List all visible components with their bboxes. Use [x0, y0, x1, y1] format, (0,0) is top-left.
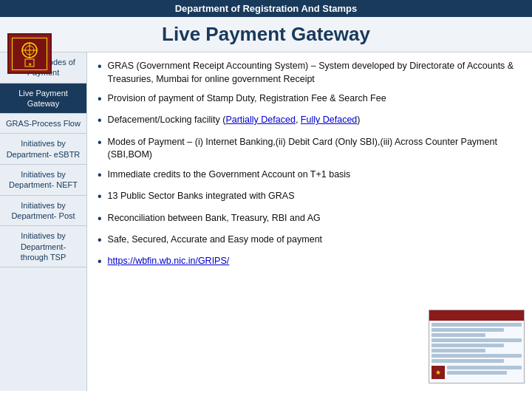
- item-link: https://wbfin.wb.nic.in/GRIPS/: [108, 255, 522, 268]
- bullet-icon: •: [98, 134, 102, 151]
- logo: ★: [7, 33, 52, 74]
- sidebar-item-initiatives-neft[interactable]: Initiatives by Department- NEFT: [0, 165, 86, 196]
- bullet-icon: •: [98, 188, 102, 205]
- bullet-icon: •: [98, 91, 102, 107]
- svg-text:★: ★: [28, 62, 32, 66]
- item-text: Provision of payment of Stamp Duty, Regi…: [108, 92, 522, 106]
- sidebar-item-live-payment[interactable]: Live Payment Gateway: [0, 83, 86, 115]
- thumb-header: [429, 310, 524, 321]
- top-bar-title: Department of Registration And Stamps: [175, 3, 358, 14]
- list-item: • Modes of Payment – (i) Internet Bankin…: [98, 136, 522, 162]
- list-item: • https://wbfin.wb.nic.in/GRIPS/: [98, 255, 522, 270]
- sidebar-item-initiatives-tsp[interactable]: Initiatives by Department- through TSP: [0, 226, 86, 267]
- screenshot-thumbnail: ★: [429, 310, 525, 383]
- item-text-links: Defacement/Locking facility (Partially D…: [108, 114, 522, 127]
- item-text: GRAS (Government Receipt Accounting Syst…: [108, 60, 522, 86]
- grips-link[interactable]: https://wbfin.wb.nic.in/GRIPS/: [108, 256, 230, 266]
- bullet-icon: •: [98, 58, 102, 75]
- bullet-list: • GRAS (Government Receipt Accounting Sy…: [98, 60, 522, 270]
- list-item: • Safe, Secured, Accurate and Easy mode …: [98, 233, 522, 248]
- item-text: Immediate credits to the Government Acco…: [108, 168, 522, 182]
- page-title: Live Payment Gateway: [162, 23, 370, 46]
- sidebar-item-initiatives-post[interactable]: Initiatives by Department- Post: [0, 196, 86, 227]
- list-item: • Reconciliation between Bank, Treasury,…: [98, 212, 522, 227]
- sidebar-item-gras-process[interactable]: GRAS-Process Flow: [0, 114, 86, 134]
- item-text: Reconciliation between Bank, Treasury, R…: [108, 212, 522, 225]
- list-item: • Provision of payment of Stamp Duty, Re…: [98, 92, 522, 107]
- list-item: • Defacement/Locking facility (Partially…: [98, 114, 522, 129]
- sidebar-item-initiatives-esbtr[interactable]: Initiatives by Department- eSBTR: [0, 134, 86, 165]
- sidebar: Existing Modes of Payment Live Payment G…: [0, 52, 87, 391]
- list-item: • 13 Public Sector Banks integrated with…: [98, 190, 522, 205]
- item-text: Modes of Payment – (i) Internet Banking,…: [108, 136, 522, 162]
- item-text: 13 Public Sector Banks integrated with G…: [108, 190, 522, 203]
- list-item: • Immediate credits to the Government Ac…: [98, 168, 522, 183]
- bullet-icon: •: [98, 167, 102, 183]
- bullet-icon: •: [98, 112, 102, 129]
- bullet-icon: •: [98, 211, 102, 227]
- list-item: • GRAS (Government Receipt Accounting Sy…: [98, 60, 522, 86]
- thumb-body: ★: [429, 321, 524, 383]
- top-bar: Department of Registration And Stamps: [0, 0, 532, 17]
- bullet-icon: •: [98, 232, 102, 248]
- content-area: • GRAS (Government Receipt Accounting Sy…: [87, 52, 532, 391]
- bullet-icon: •: [98, 253, 102, 270]
- logo-icon: ★: [12, 38, 47, 70]
- fully-defaced-link[interactable]: Fully Defaced: [301, 115, 357, 125]
- item-text: Safe, Secured, Accurate and Easy mode of…: [108, 233, 522, 247]
- partially-defaced-link[interactable]: Partially Defaced: [225, 115, 296, 125]
